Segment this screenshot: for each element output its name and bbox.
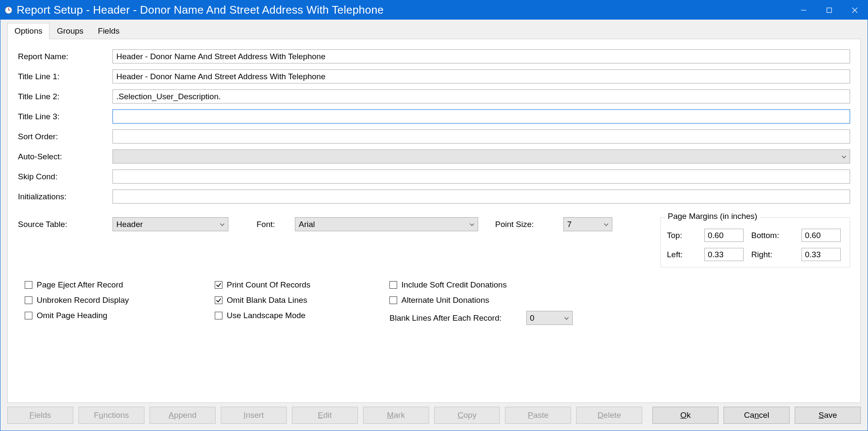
checkbox-label: Alternate Unit Donations [401, 296, 489, 305]
checkbox-icon [389, 296, 397, 304]
checkbox-label: Print Count Of Records [227, 280, 310, 290]
page-margins-legend: Page Margins (in inches) [665, 212, 760, 221]
ok-button[interactable]: Ok [652, 407, 718, 424]
point-size-combo[interactable]: 7 [563, 217, 612, 231]
checkbox-icon [25, 296, 32, 304]
checkbox-page-eject[interactable]: Page Eject After Record [25, 280, 215, 290]
checkbox-label: Include Soft Credit Donations [401, 280, 507, 290]
label-margin-bottom: Bottom: [751, 231, 794, 240]
options-panel: Report Name: Title Line 1: Title Line 2:… [7, 39, 861, 403]
chevron-down-icon [220, 220, 225, 229]
label-font: Font: [257, 220, 295, 229]
blank-lines-value: 0 [530, 313, 535, 323]
label-margin-top: Top: [667, 231, 697, 240]
label-auto-select: Auto-Select: [18, 152, 112, 161]
minimize-button[interactable] [791, 0, 816, 20]
checkbox-label: Use Landscape Mode [227, 311, 306, 320]
font-combo[interactable]: Arial [295, 217, 478, 231]
checkbox-label: Omit Page Heading [37, 311, 107, 320]
checkbox-icon [25, 312, 32, 319]
edit-button[interactable]: Edit [292, 407, 358, 424]
label-title-line-2: Title Line 2: [18, 92, 112, 101]
label-point-size: Point Size: [495, 220, 563, 229]
tab-groups[interactable]: Groups [49, 23, 90, 39]
margin-top-input[interactable] [704, 229, 744, 242]
label-margin-left: Left: [667, 250, 697, 259]
margin-right-input[interactable] [802, 248, 841, 261]
chevron-down-icon [564, 313, 569, 323]
tabs-row: Options Groups Fields [0, 20, 868, 39]
functions-button[interactable]: Functions [78, 407, 144, 424]
chevron-down-icon [604, 220, 608, 229]
title-line-2-input[interactable] [112, 89, 850, 103]
skip-cond-input[interactable] [112, 170, 850, 184]
chevron-down-icon [842, 152, 846, 161]
checkbox-omit-blank-lines[interactable]: Omit Blank Data Lines [215, 296, 389, 305]
label-margin-right: Right: [751, 250, 794, 259]
label-report-name: Report Name: [18, 52, 112, 61]
auto-select-combo[interactable] [112, 149, 850, 164]
label-source-table: Source Table: [18, 220, 112, 229]
source-table-value: Header [116, 220, 143, 229]
checkbox-icon [215, 312, 222, 319]
sort-order-input[interactable] [112, 129, 850, 144]
titlebar: Report Setup - Header - Donor Name And S… [0, 0, 868, 20]
title-line-1-input[interactable] [112, 69, 850, 83]
checkbox-landscape-mode[interactable]: Use Landscape Mode [215, 311, 389, 320]
margin-bottom-input[interactable] [802, 229, 841, 242]
checkbox-label: Omit Blank Data Lines [227, 296, 307, 305]
content-area: Options Groups Fields Report Name: Title… [0, 20, 868, 431]
window-title: Report Setup - Header - Donor Name And S… [17, 3, 791, 17]
title-line-3-input[interactable] [112, 109, 850, 124]
maximize-button[interactable] [816, 0, 842, 20]
window-controls [791, 0, 868, 20]
copy-button[interactable]: Copy [434, 407, 500, 424]
checkbox-omit-page-heading[interactable]: Omit Page Heading [25, 311, 215, 320]
app-icon [4, 6, 13, 15]
checkbox-unbroken-record[interactable]: Unbroken Record Display [25, 296, 215, 305]
report-setup-window: Report Setup - Header - Donor Name And S… [0, 0, 868, 431]
cancel-button[interactable]: Cancel [724, 407, 790, 424]
append-button[interactable]: Append [150, 407, 216, 424]
checkbox-icon [215, 296, 222, 304]
svg-rect-4 [827, 8, 832, 12]
fields-button[interactable]: Fields [7, 407, 73, 424]
checkbox-icon [389, 281, 397, 289]
label-initializations: Initializations: [18, 192, 112, 201]
checkbox-icon [25, 281, 32, 289]
chevron-down-icon [470, 220, 474, 229]
checkbox-print-count[interactable]: Print Count Of Records [215, 280, 389, 290]
checkbox-soft-credit[interactable]: Include Soft Credit Donations [389, 280, 573, 290]
blank-lines-combo[interactable]: 0 [526, 311, 573, 325]
mark-button[interactable]: Mark [363, 407, 429, 424]
delete-button[interactable]: Delete [576, 407, 642, 424]
checkbox-alternate-unit[interactable]: Alternate Unit Donations [389, 296, 573, 305]
initializations-input[interactable] [112, 190, 850, 204]
label-title-line-1: Title Line 1: [18, 72, 112, 81]
checkbox-label: Unbroken Record Display [37, 296, 129, 305]
label-skip-cond: Skip Cond: [18, 172, 112, 181]
report-name-input[interactable] [112, 49, 850, 63]
checkbox-label: Page Eject After Record [37, 280, 123, 290]
insert-button[interactable]: Insert [221, 407, 287, 424]
save-button[interactable]: Save [795, 407, 861, 424]
button-bar: Fields Functions Append Insert Edit Mark… [0, 407, 868, 431]
tab-options[interactable]: Options [7, 23, 49, 39]
font-value: Arial [299, 220, 315, 229]
tab-fields[interactable]: Fields [91, 23, 127, 39]
page-margins-group: Page Margins (in inches) Top: Bottom: Le… [660, 217, 850, 267]
label-title-line-3: Title Line 3: [18, 112, 112, 121]
paste-button[interactable]: Paste [505, 407, 571, 424]
close-button[interactable] [842, 0, 868, 20]
margin-left-input[interactable] [704, 248, 744, 261]
checkbox-icon [215, 281, 222, 289]
label-sort-order: Sort Order: [18, 132, 112, 141]
point-size-value: 7 [567, 220, 572, 229]
source-table-combo[interactable]: Header [112, 217, 228, 231]
label-blank-lines: Blank Lines After Each Record: [389, 313, 526, 323]
